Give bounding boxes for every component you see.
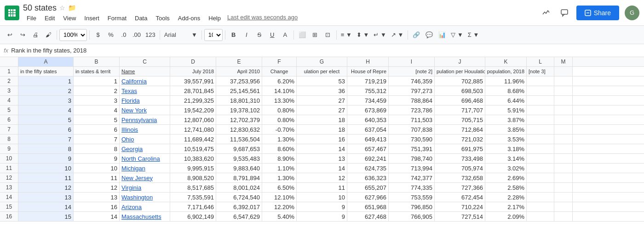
- cell-A[interactable]: 4: [18, 105, 74, 115]
- zoom-select[interactable]: 100%: [59, 29, 87, 41]
- text-color-button[interactable]: A: [279, 29, 291, 41]
- chart-button[interactable]: 📊: [436, 29, 448, 41]
- undo-button[interactable]: ↩: [4, 29, 16, 41]
- cell-D[interactable]: 21,299,325: [170, 96, 216, 105]
- cell-H[interactable]: 624,735: [347, 164, 389, 173]
- cell-M[interactable]: [554, 202, 573, 211]
- function-button[interactable]: Σ ▼: [466, 29, 481, 41]
- comments-icon[interactable]: [558, 6, 571, 19]
- col-header-J[interactable]: J: [435, 57, 485, 66]
- cell-E[interactable]: 19,378,102: [216, 105, 262, 115]
- cell-E[interactable]: 37,253,956: [216, 76, 262, 86]
- row-num[interactable]: 14: [0, 193, 18, 202]
- last-edit-text[interactable]: Last edit was seconds ago: [227, 14, 298, 23]
- cell-J[interactable]: 705,715: [435, 115, 485, 124]
- currency-button[interactable]: $: [92, 29, 104, 41]
- cell-F[interactable]: 0.80%: [262, 105, 297, 115]
- cell-H[interactable]: 651,968: [347, 202, 389, 211]
- cell-J[interactable]: 717,707: [435, 105, 485, 115]
- underline-button[interactable]: U: [266, 29, 278, 41]
- cell-A[interactable]: 1: [18, 76, 74, 86]
- cell-E[interactable]: 9,535,483: [216, 154, 262, 163]
- col-header-C[interactable]: C: [120, 57, 170, 66]
- menu-edit[interactable]: Edit: [41, 14, 58, 23]
- cell-L[interactable]: [527, 193, 554, 202]
- cell-A[interactable]: 3: [18, 96, 74, 105]
- cell-D[interactable]: 12,741,080: [170, 125, 216, 134]
- cell-A[interactable]: 12: [18, 183, 74, 192]
- col-header-K[interactable]: K: [485, 57, 527, 66]
- cell-E[interactable]: 12,830,632: [216, 125, 262, 134]
- cell-B[interactable]: 2: [74, 86, 120, 95]
- col-header-D[interactable]: D: [170, 57, 216, 66]
- cell-A[interactable]: 13: [18, 193, 74, 202]
- cell-I[interactable]: 707,838: [389, 125, 435, 134]
- cell-C[interactable]: Texas: [120, 86, 170, 95]
- cell-A[interactable]: 6: [18, 125, 74, 134]
- cell-C[interactable]: Michigan: [120, 164, 170, 173]
- row-num[interactable]: 8: [0, 135, 18, 144]
- cell-1L[interactable]: [note 3]: [527, 67, 554, 76]
- cell-K[interactable]: 3.02%: [485, 164, 527, 173]
- cell-F[interactable]: 8.90%: [262, 154, 297, 163]
- cell-F[interactable]: 12.10%: [262, 193, 297, 202]
- cell-E[interactable]: 18,801,310: [216, 96, 262, 105]
- cell-C[interactable]: Washington: [120, 193, 170, 202]
- italic-button[interactable]: I: [241, 29, 253, 41]
- font-name-dropdown[interactable]: Arial ▼: [162, 29, 199, 41]
- bold-button[interactable]: B: [228, 29, 240, 41]
- cell-J[interactable]: 691,975: [435, 144, 485, 153]
- col-header-H[interactable]: H: [347, 57, 389, 66]
- cell-K[interactable]: 5.91%: [485, 105, 527, 115]
- cell-C[interactable]: Virginia: [120, 183, 170, 192]
- menu-data[interactable]: Data: [131, 14, 151, 23]
- cell-B[interactable]: 14: [74, 212, 120, 221]
- cell-L[interactable]: [527, 144, 554, 153]
- cell-E[interactable]: 25,145,561: [216, 86, 262, 95]
- cell-I[interactable]: 797,273: [389, 86, 435, 95]
- cell-A[interactable]: 11: [18, 173, 74, 182]
- cell-I[interactable]: 713,994: [389, 164, 435, 173]
- cell-J[interactable]: 732,658: [435, 173, 485, 182]
- cell-G[interactable]: 9: [297, 202, 347, 211]
- cell-J[interactable]: 727,366: [435, 183, 485, 192]
- cell-C[interactable]: Ohio: [120, 135, 170, 144]
- cell-K[interactable]: 3.14%: [485, 154, 527, 163]
- cell-K[interactable]: 3.85%: [485, 125, 527, 134]
- cell-C[interactable]: Florida: [120, 96, 170, 105]
- cell-C[interactable]: Massachusetts: [120, 212, 170, 221]
- borders-button[interactable]: ⊞: [309, 29, 321, 41]
- cell-F[interactable]: 1.30%: [262, 173, 297, 182]
- col-header-A[interactable]: A: [18, 57, 74, 66]
- cell-M[interactable]: [554, 96, 573, 105]
- cell-I[interactable]: 753,559: [389, 193, 435, 202]
- cell-E[interactable]: 6,547,629: [216, 212, 262, 221]
- cell-G[interactable]: 18: [297, 125, 347, 134]
- cell-D[interactable]: 39,557,991: [170, 76, 216, 86]
- row-num[interactable]: 13: [0, 183, 18, 192]
- cell-K[interactable]: 2.09%: [485, 212, 527, 221]
- col-header-F[interactable]: F: [262, 57, 297, 66]
- col-header-I[interactable]: I: [389, 57, 435, 66]
- cell-G[interactable]: 36: [297, 86, 347, 95]
- row-num[interactable]: 12: [0, 173, 18, 182]
- filter-button[interactable]: ▽ ▼: [449, 29, 465, 41]
- cell-J[interactable]: 698,503: [435, 86, 485, 95]
- cell-A[interactable]: 15: [18, 212, 74, 221]
- cell-1A[interactable]: in the fifty states: [18, 67, 74, 76]
- cell-G[interactable]: 14: [297, 144, 347, 153]
- cell-L[interactable]: [527, 76, 554, 86]
- cell-B[interactable]: 7: [74, 135, 120, 144]
- cell-K[interactable]: 2.69%: [485, 173, 527, 182]
- cell-G[interactable]: 13: [297, 154, 347, 163]
- activity-icon[interactable]: [540, 6, 552, 19]
- cell-E[interactable]: 8,791,894: [216, 173, 262, 182]
- cell-B[interactable]: 10: [74, 164, 120, 173]
- cell-1K[interactable]: ie total U.S. population, 2018: [485, 67, 527, 76]
- cell-B[interactable]: 1: [74, 76, 120, 86]
- comment-button[interactable]: 💬: [423, 29, 435, 41]
- cell-H[interactable]: 719,219: [347, 76, 389, 86]
- cell-J[interactable]: 696,468: [435, 96, 485, 105]
- cell-1F[interactable]: Change: [262, 67, 297, 76]
- text-rotate-button[interactable]: ↗ ▼: [389, 29, 405, 41]
